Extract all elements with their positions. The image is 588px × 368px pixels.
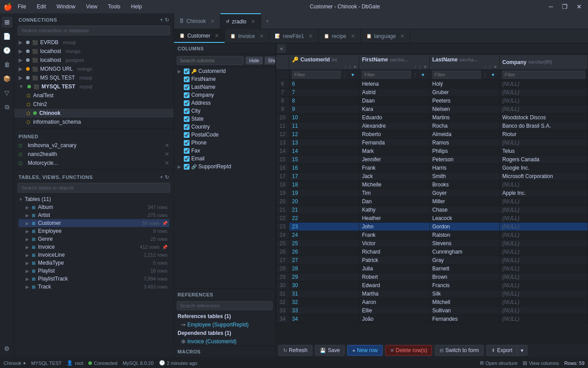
add-table-button[interactable]: +: [160, 174, 163, 180]
table-row[interactable]: 1313FernandaRamos(NULL): [276, 139, 588, 147]
id-link[interactable]: 15: [292, 156, 298, 163]
filter-input-firstname[interactable]: [362, 71, 410, 79]
th-menu-dots[interactable]: ⋮: [418, 64, 422, 69]
close-tab-button[interactable]: ✕: [308, 33, 313, 39]
pinned-item-1[interactable]: ⬡ nano2health ✕: [14, 150, 174, 159]
table-row[interactable]: 2020DanMiller(NULL): [276, 197, 588, 206]
id-link[interactable]: 21: [292, 207, 298, 213]
table-row[interactable]: 2727PatrickGray(NULL): [276, 256, 588, 265]
switch-form-button[interactable]: ⊟ Switch to form: [435, 345, 484, 356]
th-firstname[interactable]: FirstName varcha... ↕ ⋮ ▼: [359, 55, 429, 70]
table-row[interactable]: 2121KathyChase(NULL): [276, 206, 588, 214]
cell-customerid[interactable]: 9: [289, 105, 359, 114]
table-row[interactable]: 3333EllieSullivan(NULL): [276, 307, 588, 315]
close-tab-button[interactable]: ✕: [251, 19, 255, 25]
grid-wrapper[interactable]: 🔑 CustomerId int ↕ ⋮ ▼: [276, 54, 588, 343]
id-link[interactable]: 6: [292, 81, 295, 87]
cell-customerid[interactable]: 31: [289, 290, 359, 298]
table-row[interactable]: 2626RichardCunningham(NULL): [276, 248, 588, 256]
db-item-chin2[interactable]: ⬡ Chin2: [14, 100, 174, 109]
col-checkbox[interactable]: [184, 68, 190, 74]
col-item-address[interactable]: Address: [174, 99, 275, 107]
conn-item-localhost-mongo[interactable]: ▶ ⬛ localhost mongo: [14, 47, 174, 56]
table-row[interactable]: 1919TimGoyerApple Inc.: [276, 189, 588, 197]
cell-customerid[interactable]: 14: [289, 147, 359, 156]
id-link[interactable]: 7: [292, 89, 295, 95]
id-link[interactable]: 11: [292, 123, 298, 129]
cell-customerid[interactable]: 30: [289, 281, 359, 290]
col-item-customerid[interactable]: ▶ 🔑 CustomerId: [174, 67, 275, 75]
col-checkbox[interactable]: [184, 124, 190, 130]
filter-options-button[interactable]: ⋮: [412, 72, 419, 78]
show-button[interactable]: Show: [265, 57, 276, 64]
columns-search-input[interactable]: [177, 56, 244, 65]
refresh-tables-button[interactable]: ↻: [165, 174, 169, 180]
table-row[interactable]: 66HelenaHolý(NULL): [276, 80, 588, 88]
ref-item-employee[interactable]: ⇒ Employee (SupportRepId): [174, 321, 275, 329]
filter-apply-button[interactable]: ▼: [420, 72, 427, 78]
table-row[interactable]: 88DaanPeeters(NULL): [276, 97, 588, 105]
unpin-button[interactable]: ✕: [165, 160, 169, 166]
menu-window[interactable]: Window: [55, 3, 77, 11]
table-item-album[interactable]: ▶ ⊞ Album 347 rows: [19, 203, 169, 211]
cell-customerid[interactable]: 12: [289, 130, 359, 139]
table-row[interactable]: 1515JenniferPetersonRogers Canada: [276, 156, 588, 164]
table-row[interactable]: 3131MarthaSilk(NULL): [276, 290, 588, 298]
tab-recipe[interactable]: 📋 recipe ✕: [319, 29, 361, 43]
open-structure-button[interactable]: ⊞ Open structure: [480, 360, 518, 366]
references-search-input[interactable]: [177, 301, 273, 310]
id-link[interactable]: 24: [292, 232, 298, 238]
filter-options-button[interactable]: ⋮: [482, 72, 489, 78]
sort-icon[interactable]: ↕: [485, 64, 487, 69]
table-item-track[interactable]: ▶ ⊞ Track 3,483 rows: [19, 283, 169, 291]
filter-icon[interactable]: ▼: [353, 64, 357, 69]
menu-edit[interactable]: Edit: [35, 3, 48, 11]
filter-icon[interactable]: ▼: [423, 64, 428, 69]
cell-customerid[interactable]: 27: [289, 256, 359, 265]
col-item-fax[interactable]: Fax: [174, 147, 275, 155]
id-link[interactable]: 9: [292, 106, 295, 112]
table-row[interactable]: 2323JohnGordon(NULL): [276, 223, 588, 231]
conn-item-localhost-pg[interactable]: ▶ ⬛ localhost postgres: [14, 56, 174, 64]
col-checkbox[interactable]: [184, 108, 190, 114]
id-link[interactable]: 30: [292, 282, 298, 288]
tab-chinook[interactable]: 🗄 Chinook ✕: [174, 13, 220, 29]
col-checkbox[interactable]: [184, 140, 190, 146]
id-link[interactable]: 34: [292, 316, 298, 322]
delete-row-button[interactable]: ✕ Delete row(s): [385, 345, 432, 356]
db-item-analtest[interactable]: ⬡ AnalTest: [14, 91, 174, 100]
maximize-button[interactable]: ❐: [559, 2, 570, 11]
id-link[interactable]: 25: [292, 240, 298, 247]
cell-customerid[interactable]: 20: [289, 197, 359, 206]
history-icon[interactable]: 🕐: [2, 45, 12, 56]
connections-search-input[interactable]: [18, 26, 170, 35]
col-item-supportrepid[interactable]: ▶ 🔗 SupportRepId: [174, 163, 275, 171]
cell-customerid[interactable]: 6: [289, 80, 359, 88]
table-item-artist[interactable]: ▶ ⊞ Artist 275 rows: [19, 211, 169, 219]
conn-item-evrdb[interactable]: ▶ ⬛ EVRDB mssql: [14, 38, 174, 47]
dep-item-invoice[interactable]: ⊕ Invoice (CustomerId): [174, 338, 275, 345]
table-item-invoice[interactable]: ▶ ⊞ Invoice 412 rows 📌: [19, 243, 169, 251]
cell-customerid[interactable]: 26: [289, 248, 359, 256]
trash-icon[interactable]: 🗑: [2, 59, 12, 70]
id-link[interactable]: 12: [292, 131, 298, 137]
table-row[interactable]: 1818MichelleBrooks(NULL): [276, 181, 588, 189]
id-link[interactable]: 23: [292, 224, 298, 230]
col-item-city[interactable]: City: [174, 107, 275, 115]
filter-cell-firstname[interactable]: ⋮ ▼: [359, 70, 429, 80]
cell-customerid[interactable]: 19: [289, 189, 359, 197]
export-dropdown-button[interactable]: ▼: [517, 345, 527, 356]
table-row[interactable]: 3030EdwardFrancis(NULL): [276, 281, 588, 290]
col-item-phone[interactable]: Phone: [174, 139, 275, 147]
th-menu-dots[interactable]: ⋮: [488, 64, 492, 69]
id-link[interactable]: 32: [292, 299, 298, 305]
id-link[interactable]: 20: [292, 198, 298, 205]
col-item-company[interactable]: Company: [174, 91, 275, 99]
cell-customerid[interactable]: 7: [289, 88, 359, 97]
db-item-info-schema[interactable]: ⬡ information_schema: [14, 118, 174, 126]
connections-icon[interactable]: ⊞: [2, 17, 12, 27]
id-link[interactable]: 18: [292, 182, 298, 188]
col-item-country[interactable]: Country: [174, 123, 275, 131]
id-link[interactable]: 13: [292, 140, 298, 146]
close-tab-button[interactable]: ✕: [259, 33, 264, 39]
